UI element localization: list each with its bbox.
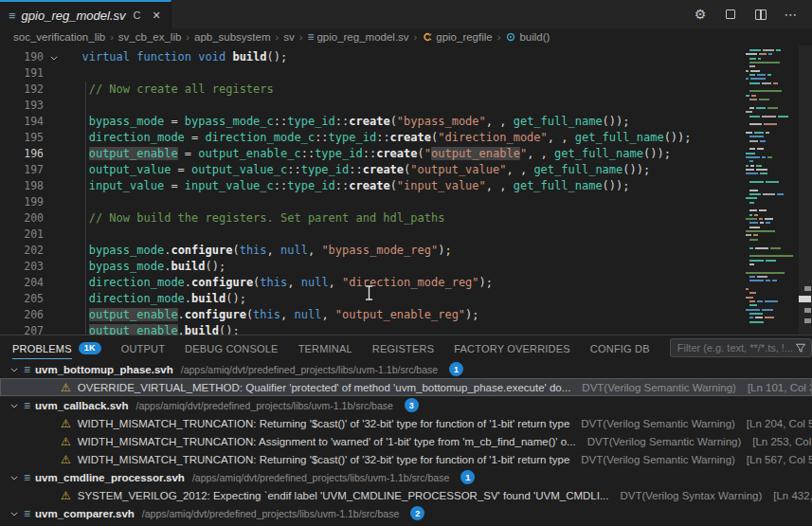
warning-icon: ⚠ — [61, 435, 71, 448]
minimap-line — [744, 90, 797, 92]
minimap-line — [744, 49, 797, 51]
panel-tab-debug-console[interactable]: DEBUG CONSOLE — [185, 336, 279, 360]
line-number: 201 — [0, 227, 44, 243]
breadcrumb-item[interactable]: soc_verification_lib — [13, 31, 105, 43]
overview-ruler-scrollbar[interactable] — [799, 45, 812, 335]
problem-warning-row[interactable]: ⚠OVERRIDE_VIRTUAL_METHOD: Qualifier 'pro… — [0, 378, 812, 396]
breadcrumb-separator: › — [414, 31, 418, 43]
panel-tab-registers[interactable]: REGISTERS — [372, 336, 434, 360]
breadcrumb-item[interactable]: apb_subsystem — [194, 31, 271, 43]
tab-gpio-reg-model[interactable]: ≡ gpio_reg_model.sv C ✕ — [0, 0, 171, 28]
line-number: 207 — [0, 323, 44, 335]
warning-icon: ⚠ — [61, 489, 71, 502]
fold-gutter — [44, 178, 64, 194]
minimap-line — [744, 78, 797, 80]
fold-gutter — [44, 291, 64, 307]
minimap-line — [744, 193, 797, 195]
code-line-203[interactable]: 203bypass_mode.build(); — [0, 259, 741, 275]
more-actions-icon[interactable]: ⋯ — [784, 7, 799, 22]
problem-warning-row[interactable]: ⚠SYSTEM_VERILOG_2012: Expecting `endif l… — [0, 486, 812, 504]
fold-gutter — [44, 227, 64, 243]
breadcrumb-label: build() — [519, 31, 550, 43]
line-number: 195 — [0, 130, 44, 146]
chevron-down-icon[interactable] — [9, 473, 19, 482]
code-line-196[interactable]: 196output_enable = output_enable_c::type… — [0, 146, 741, 162]
chevron-down-icon[interactable] — [9, 365, 19, 374]
close-tab-icon[interactable]: ✕ — [152, 9, 160, 22]
problems-filter-box[interactable] — [670, 338, 812, 357]
minimap-line — [744, 190, 797, 191]
breadcrumb-item[interactable]: ≡gpio_reg_model.sv — [307, 30, 408, 44]
problems-file-row[interactable]: ≡uvm_cmdline_processor.svh/apps/amiq/dvt… — [0, 468, 812, 486]
code-line-191[interactable]: 191 — [0, 65, 741, 82]
minimap-line — [744, 70, 797, 72]
breadcrumb-item[interactable]: sv — [283, 31, 295, 43]
panel-tab-factory-overrides[interactable]: FACTORY OVERRIDES — [454, 336, 570, 360]
code-line-193[interactable]: 193 — [0, 98, 741, 114]
breadcrumb-label: gpio_regfile — [436, 31, 492, 43]
minimap-line — [744, 65, 797, 67]
problems-filter-input[interactable] — [677, 342, 795, 354]
line-number: 196 — [0, 146, 44, 162]
code-line-205[interactable]: 205direction_mode.build(); — [0, 291, 741, 307]
code-lines: 189190virtual function void build();1911… — [0, 45, 741, 335]
minimap[interactable] — [741, 45, 799, 335]
code-text — [64, 65, 89, 82]
minimap-line — [744, 309, 797, 311]
problems-file-row[interactable]: ≡uvm_bottomup_phase.svh/apps/amiq/dvt/pr… — [0, 360, 812, 378]
panel-tab-config-db[interactable]: CONFIG DB — [590, 336, 650, 360]
breadcrumb-item[interactable]: gpio_regfile — [422, 31, 492, 43]
minimap-line — [744, 160, 797, 162]
layout-icon[interactable] — [723, 7, 738, 22]
breadcrumb-item[interactable]: sv_cb_ex_lib — [118, 31, 181, 43]
code-line-197[interactable]: 197output_value = output_value_c::type_i… — [0, 162, 741, 178]
code-line-192[interactable]: 192// Now create all registers — [0, 82, 741, 98]
code-line-204[interactable]: 204direction_mode.configure(this, null, … — [0, 275, 741, 291]
code-line-198[interactable]: 198input_value = input_value_c::type_id:… — [0, 178, 741, 194]
minimap-line — [744, 276, 797, 278]
problem-file-name: uvm_comparer.svh — [35, 508, 135, 519]
minimap-line — [744, 53, 797, 55]
code-line-206[interactable]: 206output_enable.configure(this, null, "… — [0, 307, 741, 323]
chevron-down-icon[interactable] — [9, 401, 19, 410]
file-icon: ≡ — [24, 399, 30, 412]
problem-warning-row[interactable]: ⚠WIDTH_MISMATCH_TRUNCATION: Assignment t… — [0, 432, 812, 450]
code-line-190[interactable]: 190virtual function void build(); — [0, 49, 741, 65]
code-line-207[interactable]: 207output_enable.build(); — [0, 323, 741, 335]
code-line-194[interactable]: 194bypass_mode = bypass_mode_c::type_id:… — [0, 114, 741, 130]
minimap-line — [744, 74, 797, 76]
chevron-down-icon[interactable] — [9, 509, 19, 518]
warning-icon: ⚠ — [61, 381, 71, 394]
problem-warning-row[interactable]: ⚠WIDTH_MISMATCH_TRUNCATION: Returning '$… — [0, 414, 812, 432]
minimap-line — [744, 280, 797, 281]
code-line-200[interactable]: 200// Now build the registers. Set paren… — [0, 210, 741, 227]
code-text: direction_mode.configure(this, null, "di… — [64, 275, 493, 291]
code-text: bypass_mode = bypass_mode_c::type_id::cr… — [64, 114, 630, 130]
code-line-201[interactable]: 201 — [0, 227, 741, 243]
code-editor[interactable]: 189190virtual function void build();1911… — [0, 45, 812, 335]
code-text — [64, 194, 89, 210]
panel-tab-output[interactable]: OUTPUT — [121, 336, 165, 360]
problem-location: [Ln 101, Col 35] — [748, 382, 812, 393]
problems-file-row[interactable]: ≡uvm_comparer.svh/apps/amiq/dvt/predefin… — [0, 504, 812, 522]
minimap-line — [744, 284, 797, 286]
code-line-199[interactable]: 199 — [0, 194, 741, 210]
minimap-line — [744, 181, 797, 183]
split-editor-icon[interactable] — [753, 7, 768, 22]
line-number: 194 — [0, 114, 44, 130]
panel-tab-problems[interactable]: PROBLEMS1K — [12, 336, 101, 360]
settings-gear-icon[interactable]: ⚙ — [693, 7, 708, 22]
line-number: 203 — [0, 259, 44, 275]
breadcrumb-item[interactable]: build() — [505, 31, 550, 43]
problems-file-row[interactable]: ≡uvm_callback.svh/apps/amiq/dvt/predefin… — [0, 396, 812, 414]
problem-warning-row[interactable]: ⚠WIDTH_MISMATCH_TRUNCATION: Returning '$… — [0, 450, 812, 468]
minimap-line — [744, 156, 797, 158]
code-line-195[interactable]: 195direction_mode = direction_mode_c::ty… — [0, 130, 741, 146]
ruler-marker — [804, 308, 811, 313]
code-line-202[interactable]: 202bypass_mode.configure(this, null, "by… — [0, 243, 741, 259]
minimap-line — [744, 144, 797, 146]
panel-tab-terminal[interactable]: TERMINAL — [298, 336, 352, 360]
fold-chevron-icon[interactable] — [44, 49, 64, 65]
minimap-line — [744, 230, 797, 232]
minimap-line — [744, 62, 797, 63]
